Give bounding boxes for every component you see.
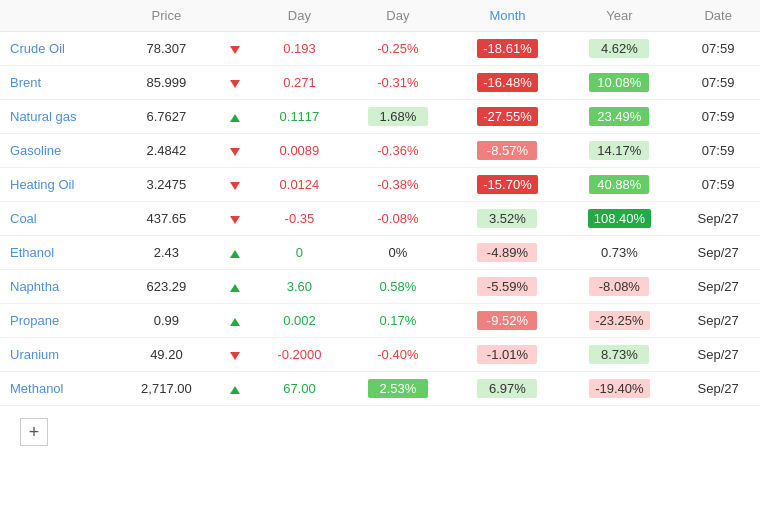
commodity-price: 49.20	[118, 338, 214, 372]
day-percent: -0.08%	[343, 202, 452, 236]
month-percent: -5.59%	[453, 270, 563, 304]
month-percent: 6.97%	[453, 372, 563, 406]
commodity-date: 07:59	[676, 134, 760, 168]
month-percent: -16.48%	[453, 66, 563, 100]
commodity-price: 2.43	[118, 236, 214, 270]
commodity-date: Sep/27	[676, 270, 760, 304]
month-percent: -8.57%	[453, 134, 563, 168]
commodity-date: Sep/27	[676, 236, 760, 270]
month-percent: -4.89%	[453, 236, 563, 270]
arrow-down-icon	[230, 352, 240, 360]
day-value: 0.193	[256, 32, 344, 66]
day-percent: 0%	[343, 236, 452, 270]
commodity-price: 2.4842	[118, 134, 214, 168]
year-percent: 10.08%	[562, 66, 676, 100]
day-value: -0.35	[256, 202, 344, 236]
month-percent: -1.01%	[453, 338, 563, 372]
commodity-date: Sep/27	[676, 372, 760, 406]
table-row[interactable]: Methanol2,717.0067.002.53%6.97%-19.40%Se…	[0, 372, 760, 406]
add-row-button[interactable]: +	[20, 418, 48, 446]
col-header-price: Price	[118, 0, 214, 32]
direction-arrow	[215, 270, 256, 304]
col-header-arrow	[215, 0, 256, 32]
month-percent: -15.70%	[453, 168, 563, 202]
year-percent: 23.49%	[562, 100, 676, 134]
commodity-price: 85.999	[118, 66, 214, 100]
direction-arrow	[215, 100, 256, 134]
commodity-price: 6.7627	[118, 100, 214, 134]
commodity-name[interactable]: Crude Oil	[0, 32, 118, 66]
commodity-date: 07:59	[676, 66, 760, 100]
table-row[interactable]: Uranium49.20-0.2000-0.40%-1.01%8.73%Sep/…	[0, 338, 760, 372]
commodity-name[interactable]: Brent	[0, 66, 118, 100]
direction-arrow	[215, 338, 256, 372]
year-percent: 108.40%	[562, 202, 676, 236]
table-row[interactable]: Propane0.990.0020.17%-9.52%-23.25%Sep/27	[0, 304, 760, 338]
direction-arrow	[215, 202, 256, 236]
commodity-name[interactable]: Heating Oil	[0, 168, 118, 202]
day-value: 0.0124	[256, 168, 344, 202]
commodity-price: 437.65	[118, 202, 214, 236]
table-row[interactable]: Naphtha623.293.600.58%-5.59%-8.08%Sep/27	[0, 270, 760, 304]
commodity-date: 07:59	[676, 168, 760, 202]
table-row[interactable]: Natural gas6.76270.11171.68%-27.55%23.49…	[0, 100, 760, 134]
arrow-down-icon	[230, 182, 240, 190]
commodity-name[interactable]: Gasoline	[0, 134, 118, 168]
year-percent: 4.62%	[562, 32, 676, 66]
day-percent: -0.38%	[343, 168, 452, 202]
table-row[interactable]: Gasoline2.48420.0089-0.36%-8.57%14.17%07…	[0, 134, 760, 168]
commodity-name[interactable]: Naphtha	[0, 270, 118, 304]
arrow-down-icon	[230, 216, 240, 224]
commodity-date: Sep/27	[676, 304, 760, 338]
day-value: 67.00	[256, 372, 344, 406]
commodity-name[interactable]: Ethanol	[0, 236, 118, 270]
day-value: 0.0089	[256, 134, 344, 168]
arrow-down-icon	[230, 80, 240, 88]
month-percent: -27.55%	[453, 100, 563, 134]
direction-arrow	[215, 372, 256, 406]
day-value: 0	[256, 236, 344, 270]
arrow-up-icon	[230, 318, 240, 326]
table-row[interactable]: Heating Oil3.24750.0124-0.38%-15.70%40.8…	[0, 168, 760, 202]
col-header-month: Month	[453, 0, 563, 32]
arrow-up-icon	[230, 114, 240, 122]
year-percent: 14.17%	[562, 134, 676, 168]
day-value: 0.271	[256, 66, 344, 100]
commodity-name[interactable]: Uranium	[0, 338, 118, 372]
year-percent: 0.73%	[562, 236, 676, 270]
day-percent: -0.40%	[343, 338, 452, 372]
commodity-name[interactable]: Natural gas	[0, 100, 118, 134]
year-percent: 40.88%	[562, 168, 676, 202]
year-percent: 8.73%	[562, 338, 676, 372]
direction-arrow	[215, 32, 256, 66]
day-percent: 1.68%	[343, 100, 452, 134]
col-header-date: Date	[676, 0, 760, 32]
arrow-up-icon	[230, 386, 240, 394]
col-header-day: Day	[256, 0, 344, 32]
commodity-price: 2,717.00	[118, 372, 214, 406]
month-percent: -9.52%	[453, 304, 563, 338]
table-row[interactable]: Crude Oil78.3070.193-0.25%-18.61%4.62%07…	[0, 32, 760, 66]
commodity-name[interactable]: Coal	[0, 202, 118, 236]
col-header-name	[0, 0, 118, 32]
commodity-name[interactable]: Propane	[0, 304, 118, 338]
commodity-price: 78.307	[118, 32, 214, 66]
commodity-price: 623.29	[118, 270, 214, 304]
commodity-date: Sep/27	[676, 338, 760, 372]
day-percent: 0.58%	[343, 270, 452, 304]
commodity-name[interactable]: Methanol	[0, 372, 118, 406]
year-percent: -23.25%	[562, 304, 676, 338]
direction-arrow	[215, 236, 256, 270]
table-row[interactable]: Ethanol2.4300%-4.89%0.73%Sep/27	[0, 236, 760, 270]
month-percent: 3.52%	[453, 202, 563, 236]
day-value: 3.60	[256, 270, 344, 304]
commodities-table: Price Day Day Month Year Date Crude Oil7…	[0, 0, 760, 406]
year-percent: -19.40%	[562, 372, 676, 406]
direction-arrow	[215, 304, 256, 338]
commodity-price: 3.2475	[118, 168, 214, 202]
col-header-year: Year	[562, 0, 676, 32]
table-row[interactable]: Brent85.9990.271-0.31%-16.48%10.08%07:59	[0, 66, 760, 100]
day-percent: 2.53%	[343, 372, 452, 406]
month-percent: -18.61%	[453, 32, 563, 66]
table-row[interactable]: Coal437.65-0.35-0.08%3.52%108.40%Sep/27	[0, 202, 760, 236]
